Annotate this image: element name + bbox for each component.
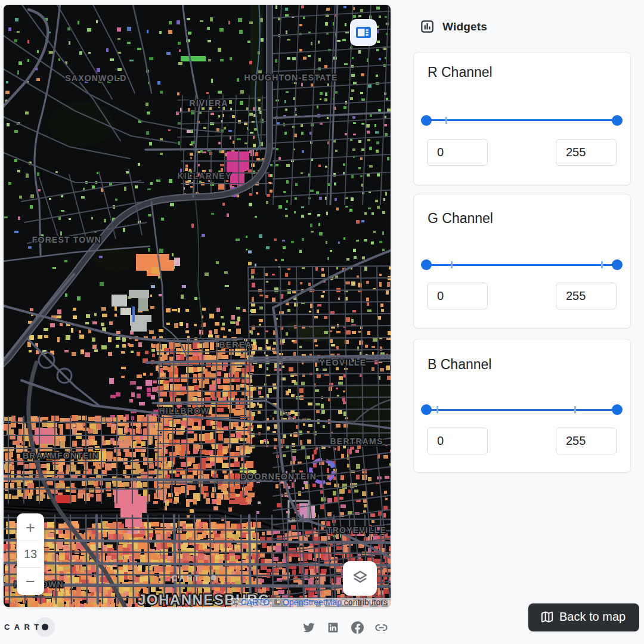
svg-text:BEREA: BEREA xyxy=(219,340,252,349)
svg-text:DOORNFONTEIN: DOORNFONTEIN xyxy=(240,472,317,481)
svg-text:HILLBROW: HILLBROW xyxy=(159,406,209,416)
svg-text:RIVIERA: RIVIERA xyxy=(189,98,228,108)
svg-text:KILLARNEY: KILLARNEY xyxy=(178,171,232,181)
svg-text:BERTRAMS: BERTRAMS xyxy=(330,436,383,446)
svg-text:SAXONWOLD: SAXONWOLD xyxy=(65,73,126,83)
svg-text:HOUGHTON-ESTATE: HOUGHTON-ESTATE xyxy=(244,73,338,82)
svg-text:YEOVILLE: YEOVILLE xyxy=(320,358,367,367)
svg-text:CART: CART xyxy=(172,574,201,583)
svg-text:FOREST TOWN: FOREST TOWN xyxy=(32,235,101,244)
svg-text:TROYEVILLE: TROYEVILLE xyxy=(327,525,386,535)
svg-text:© CARTO, © OpenStreetMap contr: © CARTO, © OpenStreetMap contributors xyxy=(232,597,388,607)
svg-text:BRAAMFONTEIN: BRAAMFONTEIN xyxy=(23,451,99,460)
